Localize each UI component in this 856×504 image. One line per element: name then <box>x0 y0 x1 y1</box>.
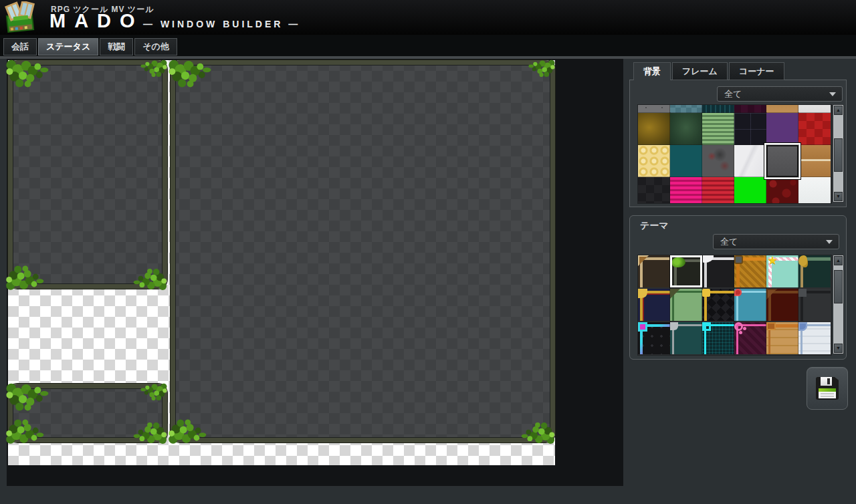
theme-label: テーマ <box>640 220 669 232</box>
bg-swatch-dark-maroon-weave[interactable] <box>734 104 766 113</box>
theme-wood-floor[interactable] <box>766 322 798 354</box>
resource-tabs: 背景 フレーム コーナー <box>633 62 784 80</box>
theme-navy-gold[interactable] <box>638 289 670 321</box>
background-filter-dropdown[interactable]: 全て <box>717 86 843 102</box>
theme-black-diamond-gold[interactable] <box>702 289 734 321</box>
theme-thumb-corner-ornament: ★ <box>766 255 778 267</box>
scroll-up-icon[interactable]: ▲ <box>834 106 843 115</box>
theme-thumb-frame <box>640 257 670 287</box>
theme-maroon-leather[interactable] <box>766 289 798 321</box>
tab-battle[interactable]: 戦闘 <box>100 38 133 55</box>
bg-swatch-plain-gray[interactable] <box>766 145 798 177</box>
tab-background[interactable]: 背景 <box>633 62 671 80</box>
tab-others[interactable]: その他 <box>134 38 177 55</box>
theme-neon-pixel[interactable] <box>638 322 670 354</box>
bg-swatch-gray-rivet-plate[interactable] <box>638 104 670 113</box>
bg-swatch-deep-teal[interactable] <box>670 145 702 177</box>
bg-swatch-dark-check[interactable] <box>638 177 670 204</box>
background-swatch-grid <box>637 104 832 204</box>
bg-swatch-crimson-stripes[interactable] <box>702 177 734 204</box>
theme-grid-scrollbar[interactable]: ▲ ▼ <box>833 255 844 354</box>
tab-frame[interactable]: フレーム <box>672 62 728 80</box>
floppy-label <box>819 388 836 398</box>
bg-swatch-off-white-paper[interactable] <box>798 177 831 204</box>
theme-meadow-green[interactable] <box>670 289 702 321</box>
bg-swatch-wood-planks[interactable] <box>798 145 831 177</box>
bg-swatch-forest-green-mottled[interactable] <box>670 113 702 145</box>
bg-swatch-steel-blue-check[interactable] <box>670 104 702 113</box>
preview-window-main[interactable] <box>171 60 555 443</box>
theme-thumb-corner-ornament <box>734 322 743 331</box>
theme-thumb-corner-ornament <box>734 289 742 296</box>
tab-corner[interactable]: コーナー <box>729 62 784 80</box>
bg-swatch-white-marble[interactable] <box>734 145 766 177</box>
bg-swatch-bright-green[interactable] <box>734 177 766 204</box>
app-title: MADO <box>49 10 144 32</box>
theme-neon-cyan-grid[interactable] <box>702 322 734 354</box>
app-subtitle: — WINDOW BUILDER — <box>143 19 300 29</box>
window-content-area <box>175 65 550 438</box>
preview-window-sidebar[interactable] <box>8 60 167 289</box>
tab-conversation[interactable]: 会話 <box>3 38 37 55</box>
theme-thumb-corner-ornament <box>798 289 807 297</box>
scrollbar-thumb[interactable] <box>834 270 843 303</box>
floppy-label-line <box>821 393 834 394</box>
theme-grid: ★ <box>637 255 832 356</box>
theme-thumb-corner-ornament <box>670 322 678 330</box>
transparency-checker-background <box>8 60 555 465</box>
bg-swatch-magenta-stripes[interactable] <box>670 177 702 204</box>
bg-swatch-mossy-stone-red[interactable] <box>702 145 734 177</box>
bg-swatch-light-wood-grain[interactable] <box>766 104 798 113</box>
theme-thumb-frame <box>768 291 798 321</box>
theme-green-ivy[interactable] <box>670 255 702 287</box>
scrollbar-thumb[interactable] <box>834 138 843 172</box>
theme-amber-wood[interactable] <box>734 255 766 287</box>
bg-swatch-dark-red-rock[interactable] <box>766 177 798 204</box>
chevron-down-icon <box>826 240 833 244</box>
theme-thumb-corner-ornament <box>766 322 776 330</box>
floppy-shutter <box>821 377 832 386</box>
chevron-down-icon <box>829 92 836 96</box>
theme-cyan-ribbon[interactable] <box>734 289 766 321</box>
app-header: RPG ツクール MV ツール MADO — WINDOW BUILDER — <box>0 0 856 35</box>
background-grid-scrollbar[interactable]: ▲ ▼ <box>833 104 844 203</box>
bg-swatch-midnight-grid[interactable] <box>734 113 766 145</box>
bg-swatch-white-panel[interactable] <box>798 104 831 113</box>
tab-status[interactable]: ステータス <box>38 38 98 55</box>
bg-swatch-red-check[interactable] <box>798 113 831 145</box>
scroll-up-icon[interactable]: ▲ <box>834 256 843 265</box>
theme-thumb-corner-ornament <box>702 289 710 297</box>
theme-filter-value: 全て <box>720 237 738 247</box>
bg-swatch-green-plaid-stripes[interactable] <box>702 113 734 145</box>
main-tab-bar: 会話 ステータス 戦闘 その他 <box>0 35 856 56</box>
theme-thumb-frame <box>672 291 702 321</box>
theme-leather-tan[interactable] <box>638 255 670 287</box>
theme-slate-teal[interactable] <box>670 322 702 354</box>
window-content-area <box>13 388 163 438</box>
theme-candy-stripe-star[interactable]: ★ <box>766 255 798 287</box>
theme-thumb-corner-ornament <box>734 255 743 264</box>
scroll-down-icon[interactable]: ▼ <box>834 344 843 353</box>
theme-charcoal-minimal[interactable] <box>798 289 831 321</box>
bg-swatch-royal-purple[interactable] <box>766 113 798 145</box>
bg-swatch-gold-mottled[interactable] <box>638 113 670 145</box>
theme-plum-pink-rings[interactable] <box>734 322 766 354</box>
theme-thumb-corner-ornament <box>798 255 807 266</box>
theme-jade-gold-ornament[interactable] <box>798 255 831 287</box>
floppy-label-stripe <box>819 388 836 392</box>
background-filter-value: 全て <box>724 89 742 99</box>
bg-swatch-teal-pinstripe[interactable] <box>702 104 734 113</box>
theme-light-blue-panel[interactable] <box>798 322 831 354</box>
save-button[interactable] <box>807 367 848 410</box>
bg-swatch-cream-rings[interactable] <box>638 145 670 177</box>
theme-groupbox: テーマ 全て ★ ▲ ▼ <box>629 215 847 360</box>
theme-silver-ornate[interactable] <box>702 255 734 287</box>
preview-window-namebox[interactable] <box>8 384 167 443</box>
preview-canvas <box>7 59 623 486</box>
scroll-down-icon[interactable]: ▼ <box>834 192 843 201</box>
main-tabs: 会話 ステータス 戦闘 その他 <box>3 38 177 55</box>
floppy-label-line <box>821 396 834 397</box>
theme-thumb-corner-ornament <box>638 322 647 332</box>
background-panel: 全て ▲ ▼ <box>629 80 847 207</box>
theme-filter-dropdown[interactable]: 全て <box>713 234 839 249</box>
